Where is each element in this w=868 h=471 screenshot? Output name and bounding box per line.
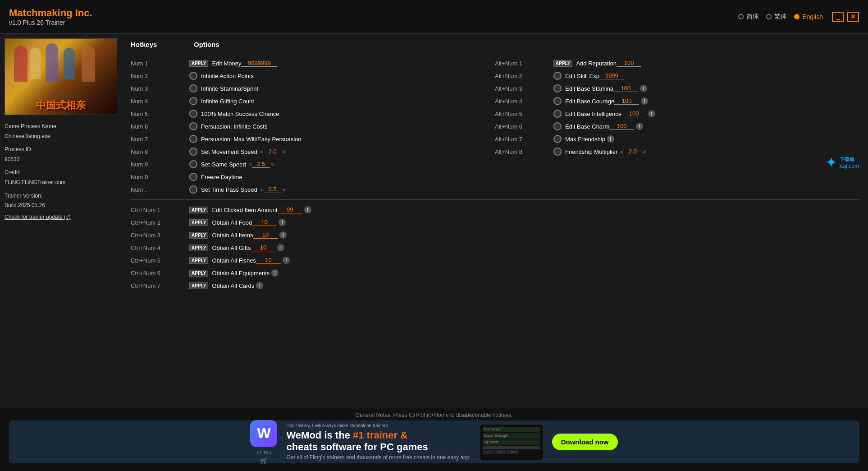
footer-ad: W FLING 🛒 Don't Worry, I will always mak… [9, 420, 859, 463]
info-altnum6[interactable]: ! [636, 123, 643, 130]
more-arrow-num9[interactable]: > [271, 161, 274, 168]
header: Matchmaking Inc. v1.0 Plus 26 Trainer 简体… [0, 0, 868, 34]
value-altnum4[interactable] [614, 97, 639, 105]
apply-btn-ctrlnum4[interactable]: APPLY [189, 245, 208, 251]
lang-simplified[interactable]: 简体 [738, 13, 759, 21]
label-altnum7: Max Friendship [565, 136, 605, 143]
info-ctrlnum3[interactable]: ! [279, 231, 287, 239]
less-arrow-num9[interactable]: < [249, 161, 252, 168]
toggle-num2[interactable] [189, 72, 197, 80]
label-ctrlnum1: Edit Clicked Item Amount [212, 207, 277, 213]
option-row-altnum5: Alt+Num 5 Edit Base Intelligence ! [495, 107, 859, 120]
hotkey-altnum7: Alt+Num 7 [495, 136, 553, 143]
more-arrow-altnum8[interactable]: > [643, 148, 646, 155]
toggle-altnum4[interactable] [553, 97, 562, 105]
hotkey-altnum3: Alt+Num 3 [495, 85, 553, 92]
toggle-num3[interactable] [189, 84, 197, 92]
apply-btn-ctrlnum1[interactable]: APPLY [189, 207, 208, 213]
apply-btn-ctrlnum6[interactable]: APPLY [189, 270, 208, 277]
lang-simplified-radio [738, 14, 744, 19]
minimize-button[interactable]: ⎯ [832, 12, 844, 22]
credit-label: Credit: [5, 168, 117, 178]
info-altnum7[interactable]: ! [607, 135, 614, 143]
info-altnum5[interactable]: ! [648, 110, 655, 117]
options-left: Num 1 APPLY Edit Money Num 2 Infinite Ac… [131, 57, 495, 196]
cart-icon[interactable]: 🛒 [260, 457, 268, 464]
hotkey-num5: Num 5 [131, 111, 189, 117]
lang-english[interactable]: English [794, 13, 823, 20]
value-ctrlnum2[interactable] [252, 219, 277, 226]
value-ctrlnum1[interactable] [278, 206, 302, 213]
toggle-altnum7[interactable] [553, 135, 562, 143]
value-altnum2[interactable] [599, 72, 624, 79]
value-num9[interactable] [252, 161, 270, 168]
value-altnum5[interactable] [621, 110, 646, 117]
value-num8[interactable] [264, 148, 282, 155]
less-arrow-numdot[interactable]: < [260, 186, 264, 193]
apply-btn-ctrlnum2[interactable]: APPLY [189, 219, 208, 226]
apply-btn-ctrlnum5[interactable]: APPLY [189, 257, 208, 264]
value-altnum1[interactable] [617, 60, 641, 67]
info-altnum4[interactable]: ! [641, 97, 648, 105]
toggle-num8[interactable] [189, 148, 197, 156]
game-image: 中国式相亲 [5, 38, 117, 115]
value-altnum6[interactable] [609, 123, 634, 130]
value-numdot[interactable] [264, 186, 282, 193]
hotkey-altnum6: Alt+Num 6 [495, 123, 553, 130]
label-num3: Infinite Stamina/Sprint [201, 85, 258, 92]
toggle-altnum8[interactable] [553, 148, 562, 156]
apply-btn-ctrlnum3[interactable]: APPLY [189, 232, 208, 239]
toggle-num4[interactable] [189, 97, 197, 105]
apply-btn-altnum1[interactable]: APPLY [553, 60, 572, 67]
hotkey-num4: Num 4 [131, 98, 189, 105]
ad-text-section: Don't Worry, I will always make standalo… [286, 423, 471, 461]
toggle-num0[interactable] [189, 173, 197, 181]
value-ctrlnum3[interactable] [253, 231, 278, 239]
toggle-numdot[interactable] [189, 185, 197, 194]
update-link[interactable]: Check for trainer update (√) [5, 214, 71, 220]
label-num6: Persuasion: Infinite Costs [201, 123, 267, 130]
value-ctrlnum4[interactable] [251, 244, 275, 251]
ctrl-row-1: Ctrl+Num 1 APPLY Edit Clicked Item Amoun… [131, 203, 859, 216]
option-row-altnum7: Alt+Num 7 Max Friendship ! [495, 133, 859, 145]
toggle-num5[interactable] [189, 110, 197, 118]
ctrl-row-4: Ctrl+Num 4 APPLY Obtain All Gifts ! [131, 241, 859, 254]
info-ctrlnum6[interactable]: ! [271, 269, 279, 277]
more-arrow-numdot[interactable]: > [283, 186, 286, 193]
toggle-altnum5[interactable] [553, 110, 562, 118]
lang-traditional-label: 繁体 [774, 13, 787, 21]
toggle-altnum2[interactable] [553, 72, 562, 80]
less-arrow-altnum8[interactable]: < [620, 148, 624, 155]
more-arrow-num8[interactable]: > [283, 148, 286, 155]
value-ctrlnum5[interactable] [256, 257, 281, 264]
download-button[interactable]: Download now [552, 434, 618, 450]
info-ctrlnum1[interactable]: ! [304, 206, 311, 213]
hotkey-num3: Num 3 [131, 85, 189, 92]
hotkey-num2: Num 2 [131, 73, 189, 79]
toggle-altnum3[interactable] [553, 84, 562, 92]
value-altnum3[interactable] [613, 85, 638, 92]
window-controls: ⎯ ✕ [832, 12, 859, 22]
apply-btn-ctrlnum7[interactable]: APPLY [189, 282, 208, 289]
info-altnum3[interactable]: ! [640, 85, 647, 92]
close-button[interactable]: ✕ [847, 12, 859, 22]
toggle-num9[interactable] [189, 160, 197, 168]
label-num2: Infinite Action Points [201, 73, 254, 79]
apply-btn-num1[interactable]: APPLY [189, 60, 208, 67]
less-arrow-num8[interactable]: < [260, 148, 264, 155]
option-row-altnum6: Alt+Num 6 Edit Base Charm ! [495, 120, 859, 133]
toggle-num7[interactable] [189, 135, 197, 143]
toggle-altnum6[interactable] [553, 122, 562, 130]
toggle-num6[interactable] [189, 122, 197, 130]
ctrl-row-5: Ctrl+Num 5 APPLY Obtain All Fishes ! [131, 254, 859, 267]
value-altnum8[interactable] [624, 148, 642, 155]
label-num4: Infinite Gifting Count [201, 98, 254, 105]
info-ctrlnum5[interactable]: ! [283, 257, 290, 264]
info-ctrlnum7[interactable]: ! [256, 282, 263, 289]
value-num1[interactable] [241, 60, 277, 67]
info-ctrlnum4[interactable]: ! [277, 244, 284, 251]
option-row-num3: Num 3 Infinite Stamina/Sprint [131, 82, 495, 95]
info-ctrlnum2[interactable]: ! [279, 219, 286, 226]
fling-label: FLING [256, 450, 271, 455]
lang-traditional[interactable]: 繁体 [766, 13, 787, 21]
